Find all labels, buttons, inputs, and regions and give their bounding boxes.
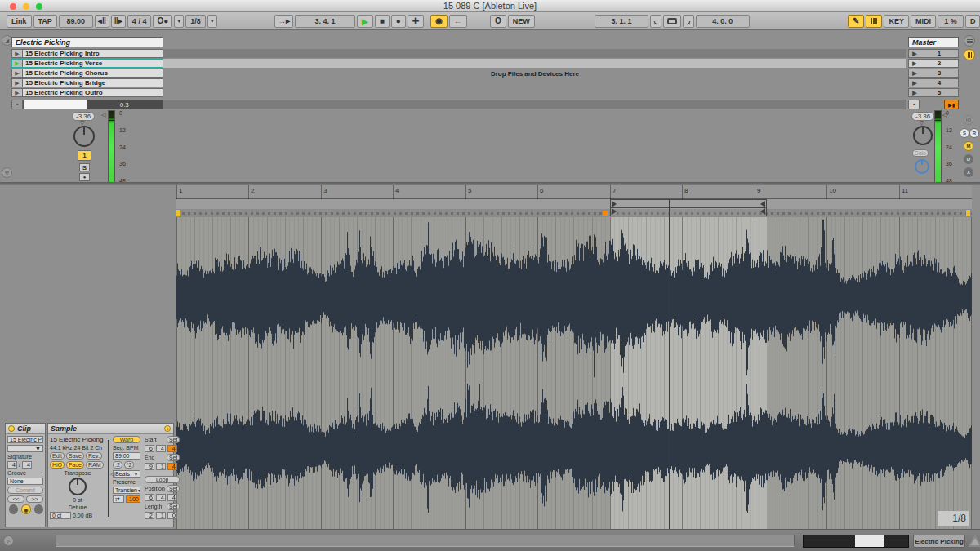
master-solo-button[interactable]: Solo [912, 149, 929, 157]
clip-launch-icon[interactable]: ▶ [11, 78, 23, 87]
launch-box-toggle-icon[interactable] [9, 504, 18, 514]
capture-new-button[interactable]: NEW [508, 15, 535, 28]
loop-brace[interactable] [610, 199, 767, 216]
warp-button[interactable]: Warp [113, 436, 140, 443]
loop-length-field[interactable]: 4. 0. 0 [696, 15, 750, 28]
edit-button[interactable]: Edit [50, 452, 65, 460]
loop-switch-button[interactable] [663, 15, 681, 28]
midi-map-button[interactable]: MIDI [911, 15, 936, 28]
clip-launch-icon[interactable]: ▶ [11, 88, 23, 97]
overview-zoom-window[interactable] [855, 535, 884, 547]
nudge-back-button[interactable]: << [7, 495, 24, 503]
groove-select[interactable]: None [7, 478, 43, 485]
automation-arm-button[interactable]: O [490, 15, 506, 28]
seg-bpm-field[interactable]: 89.00 [113, 452, 140, 460]
scene-slot[interactable]: ▶5 [908, 88, 959, 97]
session-drop-area[interactable]: Drop Files and Devices Here [163, 30, 906, 182]
clip-slot[interactable]: ▶15 Electric Picking Verse [11, 59, 163, 68]
warp-marker[interactable] [603, 211, 608, 216]
save-button[interactable]: Save [66, 452, 84, 460]
scrub-area[interactable] [176, 199, 972, 209]
scene-slot[interactable]: ▶1 [908, 49, 959, 58]
clip-overview[interactable] [803, 535, 909, 548]
metronome-button[interactable]: O● [153, 15, 172, 28]
sample-box-toggle-icon[interactable]: ◉ [21, 504, 30, 514]
envelope-box-toggle-icon[interactable] [34, 504, 43, 514]
track-delay-toggle-icon[interactable]: D [964, 154, 973, 164]
record-button[interactable]: ● [391, 15, 406, 28]
quantization-menu-button[interactable]: ▼ [207, 15, 217, 28]
stop-button[interactable]: ■ [375, 15, 390, 28]
quantization-field[interactable]: 1/8 [185, 15, 206, 28]
status-play-icon[interactable]: ▹ [3, 535, 14, 546]
loop-start-field[interactable]: 3. 1. 1 [595, 15, 648, 28]
length-set-button[interactable]: Set [167, 503, 180, 510]
punch-in-button[interactable]: ◟ [650, 15, 662, 28]
tap-tempo-button[interactable]: TAP [33, 15, 57, 28]
clip-sig-numerator[interactable]: 4 [7, 461, 17, 469]
start-set-button[interactable]: Set [167, 436, 180, 443]
transpose-knob[interactable] [69, 478, 87, 495]
clip-end-marker[interactable] [966, 210, 970, 216]
key-map-button[interactable]: KEY [884, 15, 909, 28]
preview-volume-knob[interactable] [915, 159, 929, 174]
punch-out-button[interactable]: ◞ [683, 15, 694, 28]
start-beat[interactable]: 4 [156, 445, 166, 452]
end-bar[interactable]: 9 [145, 463, 154, 470]
warp-marker-strip[interactable] [176, 209, 972, 217]
clip-box-icon[interactable] [8, 425, 15, 432]
link-button[interactable]: Link [7, 15, 32, 28]
master-title[interactable]: Master [908, 37, 959, 47]
clip-start-marker[interactable] [176, 210, 180, 216]
follow-button[interactable]: →▸ [274, 15, 293, 28]
stop-all-clips-button[interactable]: ▪ [908, 100, 920, 109]
clip-stop-button[interactable]: ▪ [11, 100, 23, 109]
track-title[interactable]: Electric Picking [11, 37, 163, 47]
half-tempo-button[interactable]: :2 [113, 461, 122, 469]
computer-midi-keyboard-button[interactable] [866, 15, 882, 28]
start-sixteenth[interactable]: 4 [167, 445, 177, 452]
mixer-toggle-icon[interactable]: M [964, 141, 973, 151]
track-arm-button[interactable]: ● [79, 173, 90, 181]
io-toggle-icon[interactable]: IO [964, 115, 973, 125]
tempo-field[interactable]: 89.00 [59, 15, 93, 28]
clip-launch-icon[interactable]: ▶ [11, 49, 23, 58]
hiq-button[interactable]: HiQ [50, 461, 65, 469]
session-view-toggle-icon[interactable] [964, 49, 975, 60]
track-solo-button[interactable]: S [79, 163, 90, 171]
overdub-button[interactable]: ✚ [408, 15, 424, 28]
clip-name-field[interactable]: 15 Electric P [7, 436, 43, 443]
metronome-menu-button[interactable]: ▼ [174, 15, 184, 28]
loop-button[interactable]: Loop [145, 476, 180, 483]
position-sixteenth[interactable]: 4 [167, 494, 177, 501]
scene-slot[interactable]: ▶3 [908, 69, 959, 78]
transient-envelope-field[interactable]: 100 [126, 495, 140, 503]
back-to-arrangement-button[interactable]: ← [449, 15, 467, 28]
time-signature-field[interactable]: 4 / 4 [127, 15, 152, 28]
transient-loop-mode-select[interactable]: ⇄ [113, 495, 124, 503]
returns-toggle-icon[interactable]: R [969, 128, 979, 138]
detune-field[interactable]: 0 ct [50, 512, 71, 519]
waveform-display[interactable] [176, 217, 972, 529]
session-record-button[interactable]: ◉ [430, 15, 448, 28]
fade-button[interactable]: Fade [66, 461, 84, 469]
end-set-button[interactable]: Set [167, 454, 180, 461]
sends-toggle-icon[interactable]: S [960, 128, 969, 138]
double-tempo-button[interactable]: *2 [124, 461, 135, 469]
commit-button[interactable]: Commit [7, 487, 43, 494]
warp-mode-select[interactable]: Beats▼ [113, 470, 140, 478]
clip-slot[interactable]: ▶15 Electric Picking Intro [11, 49, 163, 58]
master-volume-knob[interactable] [913, 126, 933, 145]
scene-launch-icon[interactable]: ▶ [909, 60, 920, 67]
crossfader-toggle-icon[interactable]: X [964, 167, 973, 177]
scene-launch-icon[interactable]: ▶ [909, 80, 920, 87]
position-beat[interactable]: 4 [156, 494, 166, 501]
length-bar[interactable]: 2 [145, 512, 154, 519]
scene-launch-icon[interactable]: ▶ [909, 51, 920, 57]
clip-play-icon[interactable]: ▶ [11, 59, 23, 68]
scene-slot[interactable]: ▶4 [908, 78, 959, 87]
scene-launch-icon[interactable]: ▶ [909, 90, 920, 96]
play-button[interactable]: ▶ [357, 15, 373, 28]
scene-slot[interactable]: ▶2 [908, 59, 959, 68]
nudge-down-button[interactable]: ◂‖ [95, 15, 109, 28]
